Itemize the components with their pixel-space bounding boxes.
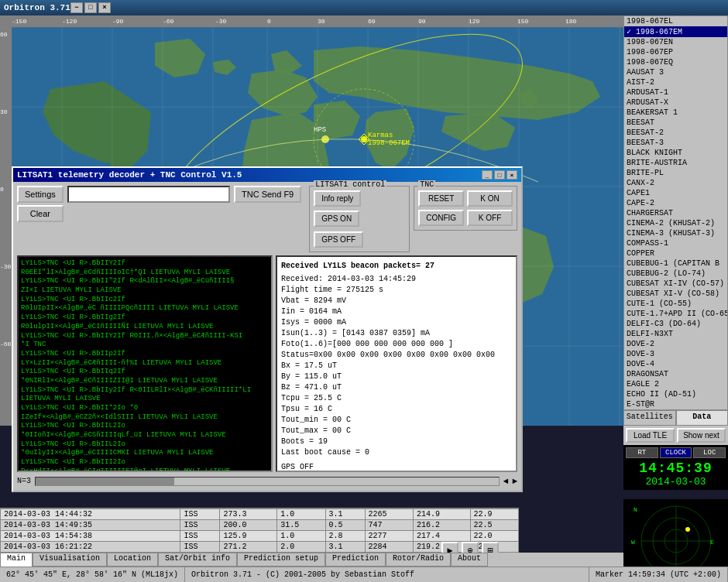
tab-clock[interactable]: CLOCK bbox=[660, 447, 692, 458]
tab-loc[interactable]: LOC bbox=[693, 447, 726, 458]
sat-list-item[interactable]: BEAKERSAT 1 bbox=[624, 108, 727, 118]
sat-list-item-selected[interactable]: ✓ 1998-067EM bbox=[624, 26, 727, 37]
sat-list-item[interactable]: DELFI-C3 (DO-64) bbox=[624, 319, 727, 329]
table-cell: 214.9 bbox=[413, 509, 470, 520]
k-on-button[interactable]: K ON bbox=[467, 190, 513, 207]
sat-list-item[interactable]: AAUSAT 3 bbox=[624, 67, 727, 77]
sat-list-item[interactable]: ARDUSAT-X bbox=[624, 98, 727, 108]
table-row[interactable]: 2014-03-03 14:44:32ISS273.31.03.12265214… bbox=[1, 509, 519, 520]
sat-list-item[interactable]: CUTE-1.7+APD II (CO-65) bbox=[624, 309, 727, 319]
top-ruler: -150 -120 -90 -60 -30 0 30 60 90 120 150… bbox=[0, 15, 623, 27]
table-cell: 31.5 bbox=[277, 520, 325, 531]
telem-received: Received: 2014-03-03 14:45:29 bbox=[281, 274, 512, 285]
tab-about[interactable]: About bbox=[451, 553, 488, 567]
show-next-button[interactable]: Show next bbox=[677, 428, 726, 443]
table-cell: 22.0 bbox=[470, 531, 518, 542]
tab-main[interactable]: Main bbox=[0, 553, 33, 567]
tab-satellites[interactable]: Satellites bbox=[623, 410, 676, 426]
tnc-send-button[interactable]: TNC Send F9 bbox=[234, 186, 301, 203]
status-coords: 62° 45' 45" E, 28° 58' 16" N (ML18jx) bbox=[0, 567, 185, 582]
settings-clear-col: Settings Clear bbox=[17, 186, 64, 222]
sat-list-item[interactable]: CUBEBUG-1 (CAPITAN B bbox=[624, 258, 727, 269]
tab-sat-orbit-info[interactable]: Sat/Orbit info bbox=[158, 553, 237, 567]
sat-list-item[interactable]: CINEMA-3 (KHUSAT-3) bbox=[624, 228, 727, 238]
sat-list-item[interactable]: CANX-2 bbox=[624, 178, 727, 188]
sat-list-item[interactable]: 1998-067EN bbox=[624, 37, 727, 47]
ruler-mark: 90 bbox=[418, 18, 426, 25]
telem-tout-min: Tout_min = 00 C bbox=[281, 415, 512, 426]
maximize-button[interactable]: □ bbox=[84, 2, 97, 13]
sat-list-item[interactable]: DOVE-3 bbox=[624, 349, 727, 359]
sat-list-item[interactable]: ECHO II (AD-51) bbox=[624, 389, 727, 399]
sat-list-item[interactable]: BRITE-PL bbox=[624, 168, 727, 178]
sat-list-item[interactable]: CINEMA-2 (KHUSAT-2) bbox=[624, 218, 727, 228]
config-button[interactable]: CONFIG bbox=[418, 210, 464, 226]
sat-list-item[interactable]: CUBEBUG-2 (LO-74) bbox=[624, 269, 727, 279]
sat-list-item[interactable]: DELFI-N3XT bbox=[624, 329, 727, 339]
gps-on-button[interactable]: GPS ON bbox=[314, 211, 359, 227]
dialog-close[interactable]: × bbox=[507, 170, 517, 180]
k-off-button[interactable]: K OFF bbox=[467, 210, 513, 226]
ruler-mark: -30 bbox=[215, 18, 226, 25]
sat-list-item[interactable]: CAPE1 bbox=[624, 188, 727, 198]
svg-text:N: N bbox=[634, 506, 637, 513]
bottom-tabs: Main Visualisation Location Sat/Orbit in… bbox=[0, 553, 623, 567]
sat-list-item[interactable]: CAPE-2 bbox=[624, 198, 727, 208]
sat-list-item[interactable]: 1998-067EQ bbox=[624, 57, 727, 67]
tab-prediction[interactable]: Prediction bbox=[325, 553, 386, 567]
close-button[interactable]: × bbox=[98, 2, 111, 13]
sat-list-item[interactable]: CUBESAT XI-V (CO-58) bbox=[624, 289, 727, 299]
sat-list-item[interactable]: CUBESAT XI-IV (CO-57) bbox=[624, 279, 727, 289]
satellite-list[interactable]: 1998-067EL ✓ 1998-067EM 1998-067EN 1998-… bbox=[623, 15, 728, 410]
sat-list-item[interactable]: AIST-2 bbox=[624, 77, 727, 87]
table-row[interactable]: 2014-03-03 14:49:35ISS200.031.50.5747216… bbox=[1, 520, 519, 531]
tab-rt[interactable]: RT bbox=[626, 447, 658, 458]
gps-off-button[interactable]: GPS OFF bbox=[314, 231, 363, 248]
load-tle-button[interactable]: Load TLE bbox=[626, 428, 675, 443]
sat-list-item[interactable]: BEESAT-2 bbox=[624, 128, 727, 138]
sat-list-item[interactable]: 1998-067EP bbox=[624, 47, 727, 57]
sat-list-item[interactable]: 1998-067EL bbox=[624, 16, 727, 26]
dialog-minimize[interactable]: _ bbox=[482, 170, 493, 180]
info-reply-button[interactable]: Info reply bbox=[314, 190, 361, 207]
svg-point-35 bbox=[361, 136, 367, 142]
settings-button[interactable]: Settings bbox=[17, 186, 64, 203]
tnc-send-area bbox=[67, 186, 230, 203]
sat-list-item[interactable]: COPPER bbox=[624, 248, 727, 258]
tnc-dialog: LITSAT1 telemetry decoder + TNC Control … bbox=[12, 166, 523, 492]
sat-list-item[interactable]: DOVE-2 bbox=[624, 339, 727, 349]
sat-list-item[interactable]: BEESAT-3 bbox=[624, 138, 727, 148]
telem-isun: Isun(1..3) = [0143 0387 0359] mA bbox=[281, 328, 512, 339]
tnc-control-group: TNC RESET K ON CONFIG K OFF bbox=[414, 186, 517, 231]
sat-list-item[interactable]: EAGLE 2 bbox=[624, 379, 727, 389]
tab-visualisation[interactable]: Visualisation bbox=[33, 553, 107, 567]
sat-list-item[interactable]: DRAGONSAT bbox=[624, 369, 727, 379]
clear-button[interactable]: Clear bbox=[17, 205, 64, 222]
tab-prediction-setup[interactable]: Prediction setup bbox=[237, 553, 325, 567]
sat-list-item[interactable]: BLACK KNIGHT bbox=[624, 148, 727, 158]
reset-button[interactable]: RESET bbox=[418, 190, 464, 207]
table-cell: 22.9 bbox=[470, 509, 518, 520]
table-row[interactable]: 2014-03-03 14:54:38ISS125.91.02.82277217… bbox=[1, 531, 519, 542]
tab-data[interactable]: Data bbox=[676, 410, 729, 426]
sat-list-item[interactable]: E-ST@R bbox=[624, 399, 727, 409]
sat-list-item[interactable]: BRITE-AUSTRIA bbox=[624, 158, 727, 168]
sat-list-item[interactable]: COMPASS-1 bbox=[624, 238, 727, 248]
sat-list-item[interactable]: CHARGERSAT bbox=[624, 208, 727, 218]
tnc-body: Settings Clear TNC Send F9 LITSAT1 contr… bbox=[13, 182, 521, 491]
tnc-terminal[interactable]: LY1LS>TNC <UI R>.BbIIY2If R0EEI"lI×AlgB#… bbox=[17, 255, 273, 472]
tab-location[interactable]: Location bbox=[107, 553, 158, 567]
sat-list-item[interactable]: ARDUSAT-1 bbox=[624, 87, 727, 98]
litsat-control-group: LITSAT1 control Info reply GPS ON GPS OF… bbox=[309, 186, 410, 252]
dialog-maximize[interactable]: □ bbox=[494, 170, 505, 180]
tnc-scrollbar[interactable] bbox=[35, 477, 500, 486]
ruler-mark: 30 bbox=[318, 18, 325, 25]
scroll-arrow-left[interactable]: ◄ bbox=[503, 477, 509, 486]
scroll-arrow-right[interactable]: ► bbox=[512, 477, 517, 486]
sat-list-item[interactable]: BEESAT bbox=[624, 118, 727, 128]
sat-list-item[interactable]: CUTE-1 (CO-55) bbox=[624, 299, 727, 309]
ruler-mark: -90 bbox=[112, 18, 123, 25]
sat-list-item[interactable]: DOVE-4 bbox=[624, 359, 727, 369]
minimize-button[interactable]: − bbox=[70, 2, 83, 13]
tab-rotor-radio[interactable]: Rotor/Radio bbox=[386, 553, 451, 567]
